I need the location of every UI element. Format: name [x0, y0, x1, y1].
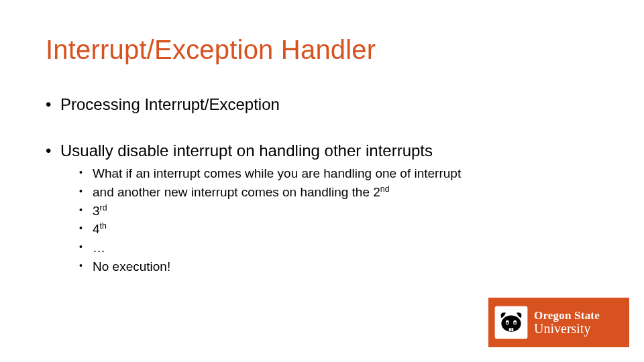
ordinal-suffix: nd	[380, 184, 390, 194]
bullet-l2-item: No execution!	[79, 258, 596, 276]
university-logo: Oregon State University	[488, 298, 629, 347]
ordinal-suffix: th	[100, 221, 107, 231]
bullet-l1-item: Processing Interrupt/Exception	[46, 94, 596, 115]
bullet-text: …	[93, 241, 105, 255]
svg-point-5	[514, 322, 516, 324]
bullet-text: and another new interrupt comes on handl…	[93, 185, 380, 199]
ordinal-suffix: rd	[100, 202, 107, 212]
logo-text: Oregon State University	[534, 310, 600, 335]
bullet-l2-item: What if an interrupt comes while you are…	[79, 165, 596, 182]
svg-point-4	[506, 322, 508, 324]
bullet-text: Processing Interrupt/Exception	[60, 95, 280, 113]
bullet-text: Usually disable interrupt on handling ot…	[60, 141, 433, 160]
slide: Interrupt/Exception Handler Processing I…	[0, 0, 644, 362]
bullet-l2-item: 3rd	[79, 202, 596, 220]
beaver-seal-icon	[494, 305, 529, 340]
bullet-l2-item: and another new interrupt comes on handl…	[79, 184, 596, 201]
bullet-text: 4	[93, 222, 100, 236]
slide-body: Processing Interrupt/Exception Usually d…	[46, 94, 596, 278]
bullet-text: What if an interrupt comes while you are…	[93, 166, 461, 180]
slide-title: Interrupt/Exception Handler	[46, 35, 376, 65]
logo-line2: University	[534, 322, 600, 335]
bullet-l2-item: 4th	[79, 221, 596, 238]
bullet-list-level1: Processing Interrupt/Exception Usually d…	[46, 94, 596, 275]
bullet-text: No execution!	[93, 259, 170, 274]
bullet-text: 3	[93, 204, 100, 218]
logo-line1: Oregon State	[534, 310, 600, 321]
bullet-list-level2: What if an interrupt comes while you are…	[79, 165, 596, 275]
bullet-l2-item: …	[79, 239, 596, 257]
bullet-l1-item: Usually disable interrupt on handling ot…	[46, 140, 596, 275]
